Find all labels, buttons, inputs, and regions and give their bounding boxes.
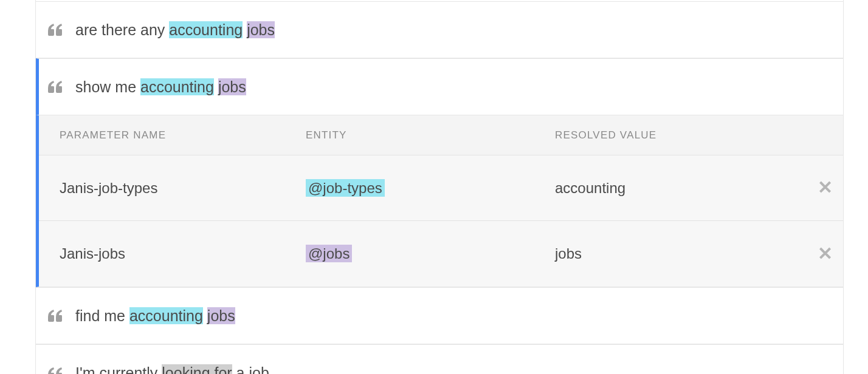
phrase-segment <box>203 307 207 324</box>
header-parameter-name: PARAMETER NAME <box>60 129 306 141</box>
phrase-text[interactable]: find me accounting jobs <box>75 307 235 325</box>
delete-parameter-button[interactable]: ✕ <box>818 243 833 264</box>
entity-highlight[interactable]: jobs <box>218 78 246 95</box>
header-resolved-value: RESOLVED VALUE <box>555 129 807 141</box>
phrase-text[interactable]: are there any accounting jobs <box>75 21 275 39</box>
phrase-segment <box>214 78 218 95</box>
phrase-text[interactable]: I'm currently looking for a job <box>75 364 269 374</box>
parameter-name[interactable]: Janis-job-types <box>60 180 306 197</box>
entity-highlight[interactable]: jobs <box>247 21 275 38</box>
parameters-header: PARAMETER NAME ENTITY RESOLVED VALUE <box>39 115 843 155</box>
entity-highlight[interactable]: accounting <box>169 21 243 38</box>
delete-parameter-button[interactable]: ✕ <box>818 177 833 197</box>
parameter-row[interactable]: Janis-jobs@jobsjobs✕ <box>39 221 843 287</box>
parameter-row[interactable]: Janis-job-types@job-typesaccounting✕ <box>39 155 843 221</box>
training-phrase-row[interactable]: find me accounting jobs <box>36 287 843 344</box>
quote-icon <box>48 24 75 36</box>
phrase-text[interactable]: show me accounting jobs <box>75 78 246 96</box>
entity-highlight[interactable]: looking for <box>162 364 232 374</box>
phrase-segment: show me <box>75 78 140 95</box>
training-phrase-row[interactable]: are there any accounting jobs <box>36 1 843 58</box>
phrase-segment: find me <box>75 307 129 324</box>
quote-icon <box>48 81 75 93</box>
quote-icon <box>48 367 75 375</box>
training-phrases-panel: are there any accounting jobs show me ac… <box>35 0 844 374</box>
entity-highlight[interactable]: accounting <box>140 78 214 95</box>
phrase-segment: are there any <box>75 21 169 38</box>
entity-highlight[interactable]: jobs <box>207 307 235 324</box>
training-phrase-row-selected[interactable]: show me accounting jobs <box>36 58 843 115</box>
training-phrase-row[interactable]: I'm currently looking for a job <box>36 344 843 374</box>
entity-chip[interactable]: @job-types <box>306 179 385 197</box>
resolved-value[interactable]: jobs <box>555 245 807 262</box>
parameter-name[interactable]: Janis-jobs <box>60 245 306 262</box>
quote-icon <box>48 310 75 322</box>
entity-highlight[interactable]: accounting <box>129 307 203 324</box>
parameters-panel: PARAMETER NAME ENTITY RESOLVED VALUE Jan… <box>36 115 843 287</box>
resolved-value[interactable]: accounting <box>555 180 807 197</box>
phrase-segment: a job <box>232 364 269 374</box>
entity-chip[interactable]: @jobs <box>306 245 352 262</box>
phrase-segment: I'm currently <box>75 364 162 374</box>
header-entity: ENTITY <box>306 129 555 141</box>
